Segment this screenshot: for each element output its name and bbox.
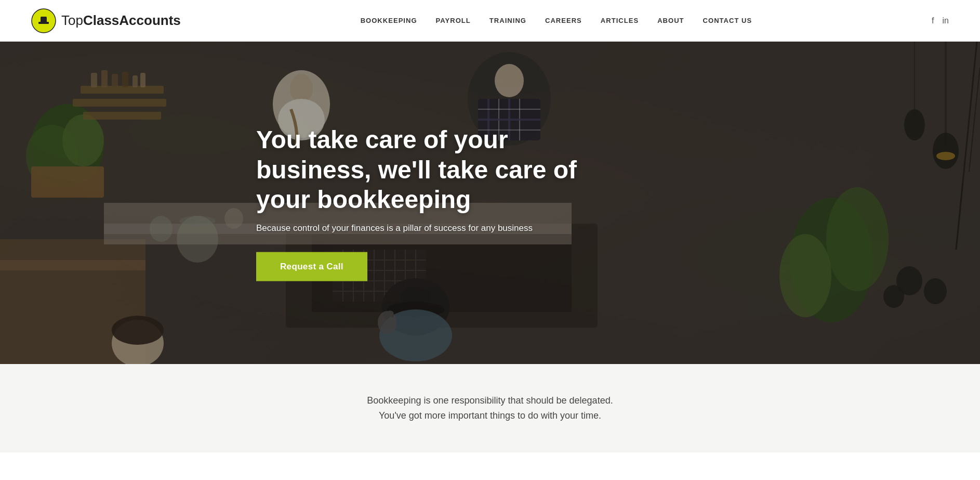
nav-about[interactable]: ABOUT [657, 17, 684, 24]
below-hero-text: Bookkeeping is one responsibility that s… [21, 393, 959, 423]
nav-contact-us[interactable]: CONTACT US [703, 17, 752, 24]
below-hero-line1: Bookkeeping is one responsibility that s… [367, 395, 613, 406]
below-hero-line2: You've got more important things to do w… [379, 410, 601, 421]
request-call-button[interactable]: Request a Call [256, 252, 367, 281]
facebook-link[interactable]: f [932, 16, 934, 25]
social-icons-group: f in [932, 16, 949, 25]
hero-subheading: Because control of your finances is a pi… [256, 223, 620, 233]
nav-articles[interactable]: ARTICLES [601, 17, 639, 24]
logo-link[interactable]: TopClassAccounts [31, 8, 181, 33]
linkedin-link[interactable]: in [943, 16, 949, 25]
hero-content: You take care of your business, we'll ta… [256, 125, 620, 281]
hero-section: You take care of your business, we'll ta… [0, 42, 980, 364]
logo-icon [31, 8, 56, 33]
main-nav: BOOKKEEPING PAYROLL TRAINING CAREERS ART… [361, 17, 752, 24]
nav-training[interactable]: TRAINING [489, 17, 526, 24]
site-header: TopClassAccounts BOOKKEEPING PAYROLL TRA… [0, 0, 980, 42]
logo-text: TopClassAccounts [61, 12, 181, 29]
hero-heading: You take care of your business, we'll ta… [256, 125, 620, 215]
nav-payroll[interactable]: PAYROLL [436, 17, 471, 24]
nav-careers[interactable]: CAREERS [545, 17, 582, 24]
svg-rect-2 [41, 17, 47, 22]
nav-bookkeeping[interactable]: BOOKKEEPING [361, 17, 417, 24]
below-hero-section: Bookkeeping is one responsibility that s… [0, 364, 980, 452]
